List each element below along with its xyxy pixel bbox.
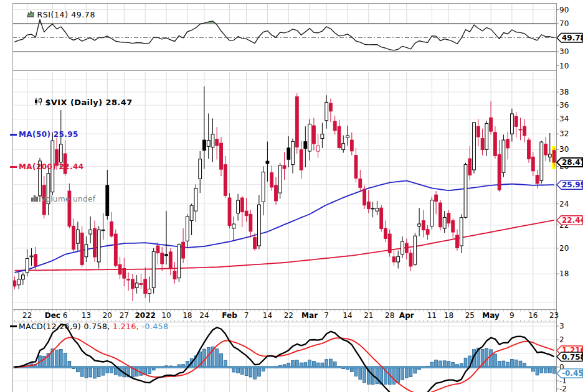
svg-text:6: 6 bbox=[63, 311, 68, 320]
svg-text:28.47: 28.47 bbox=[562, 158, 583, 167]
svg-text:14: 14 bbox=[263, 311, 272, 320]
svg-text:Mar: Mar bbox=[301, 311, 318, 320]
svg-text:Apr: Apr bbox=[399, 311, 414, 320]
svg-text:20: 20 bbox=[559, 244, 569, 253]
volume-bars-icon bbox=[10, 186, 39, 212]
candlestick-icon bbox=[10, 88, 42, 116]
svg-text:-0.458: -0.458 bbox=[562, 369, 583, 378]
ma50-legend-row: MA(50) 25.95 bbox=[10, 130, 133, 139]
macd-line-icon bbox=[10, 325, 17, 327]
ma200-line-icon bbox=[10, 166, 17, 168]
svg-text:11: 11 bbox=[427, 311, 437, 320]
svg-text:34: 34 bbox=[559, 114, 569, 123]
svg-text:23: 23 bbox=[549, 311, 559, 320]
svg-text:7: 7 bbox=[244, 311, 249, 320]
macd-panel bbox=[12, 325, 556, 392]
svg-text:38: 38 bbox=[559, 88, 569, 96]
svg-text:30: 30 bbox=[559, 47, 569, 56]
svg-text:32: 32 bbox=[559, 129, 569, 138]
price-legend: $VIX (Daily) 28.47 MA(50) 25.95 MA(200) … bbox=[10, 74, 133, 227]
svg-text:14: 14 bbox=[343, 311, 352, 320]
rsi-legend-label: RSI(14) 49.78 bbox=[37, 10, 95, 19]
svg-text:70: 70 bbox=[559, 19, 569, 28]
svg-text:24: 24 bbox=[199, 311, 209, 320]
svg-text:24: 24 bbox=[559, 200, 569, 208]
svg-text:Feb: Feb bbox=[222, 311, 237, 320]
svg-text:10: 10 bbox=[161, 311, 171, 320]
svg-text:16: 16 bbox=[528, 311, 538, 320]
svg-text:21: 21 bbox=[364, 311, 373, 320]
svg-text:May: May bbox=[482, 311, 500, 320]
svg-text:-2: -2 bbox=[559, 385, 567, 392]
svg-text:90: 90 bbox=[559, 6, 569, 14]
volume-label: Volume undef bbox=[41, 195, 96, 203]
ma200-label: MA(200) 22.44 bbox=[19, 162, 84, 171]
svg-text:18: 18 bbox=[182, 311, 192, 320]
svg-text:9: 9 bbox=[510, 311, 514, 320]
svg-text:22: 22 bbox=[22, 311, 32, 320]
svg-text:7: 7 bbox=[324, 311, 329, 320]
svg-text:36: 36 bbox=[559, 101, 569, 110]
svg-text:0.758: 0.758 bbox=[562, 353, 583, 362]
svg-text:2: 2 bbox=[559, 335, 564, 344]
symbol-title-row: $VIX (Daily) 28.47 bbox=[10, 98, 133, 106]
symbol-title: $VIX (Daily) 28.47 bbox=[45, 98, 132, 107]
macd-legend-signal: 1.216, bbox=[110, 322, 140, 331]
svg-text:25.95: 25.95 bbox=[562, 180, 583, 189]
svg-text:22.44: 22.44 bbox=[562, 216, 583, 225]
svg-text:18: 18 bbox=[559, 269, 569, 278]
ma200-legend-row: MA(200) 22.44 bbox=[10, 162, 133, 171]
svg-text:3: 3 bbox=[559, 322, 564, 330]
svg-text:18: 18 bbox=[444, 311, 453, 320]
volume-legend-row: Volume undef bbox=[10, 195, 133, 203]
svg-text:22: 22 bbox=[284, 311, 293, 320]
macd-legend-hist: -0.458 bbox=[139, 322, 168, 331]
svg-text:Dec: Dec bbox=[45, 311, 60, 320]
svg-text:2022: 2022 bbox=[135, 311, 155, 320]
stockcharts-vix-chart: 383634323028262422201890703010320-1-222D… bbox=[0, 0, 583, 392]
macd-legend-main: MACD(12,26,9) 0.758, bbox=[19, 322, 110, 331]
rsi-legend: RSI(14) 49.78 bbox=[10, 1, 95, 29]
ma50-label: MA(50) 25.95 bbox=[19, 130, 78, 139]
svg-text:25: 25 bbox=[465, 311, 475, 320]
macd-legend: MACD(12,26,9) 0.758, 1.216, -0.458 bbox=[10, 322, 168, 331]
svg-text:49.78: 49.78 bbox=[562, 34, 583, 42]
ma50-line-icon bbox=[10, 134, 17, 136]
svg-text:10: 10 bbox=[559, 62, 569, 70]
svg-text:13: 13 bbox=[82, 311, 91, 320]
svg-text:27: 27 bbox=[120, 311, 129, 320]
rsi-area-icon bbox=[10, 1, 34, 29]
svg-text:28: 28 bbox=[385, 311, 394, 320]
svg-text:30: 30 bbox=[559, 145, 569, 154]
svg-text:20: 20 bbox=[103, 311, 112, 320]
